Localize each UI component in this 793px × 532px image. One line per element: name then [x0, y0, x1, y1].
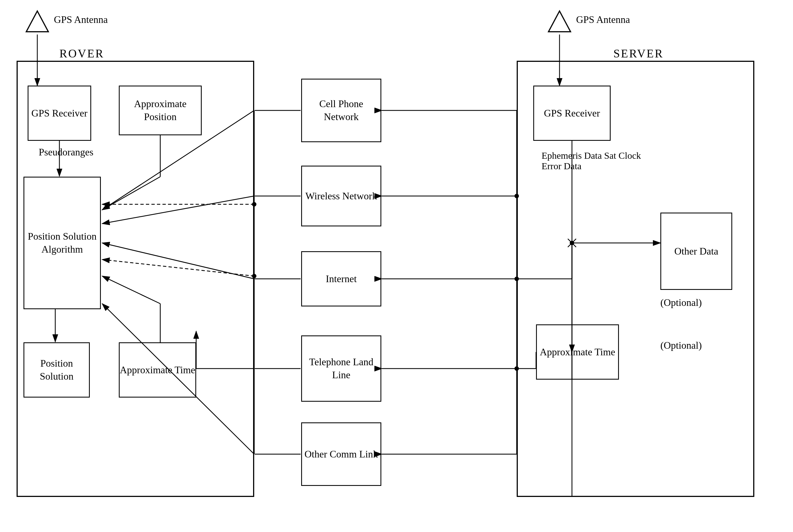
position-solution-algorithm-box: Position Solution Algorithm: [23, 177, 101, 309]
gps-antenna-right-icon: [547, 10, 572, 36]
telephone-land-line-box: Telephone Land Line: [301, 336, 381, 402]
internet-box: Internet: [301, 251, 381, 306]
gps-antenna-right-label: GPS Antenna: [576, 14, 630, 25]
cell-phone-network-box: Cell Phone Network: [301, 79, 381, 142]
gps-antenna-left-label: GPS Antenna: [54, 14, 108, 25]
svg-marker-1: [549, 11, 571, 32]
server-label: SERVER: [613, 47, 664, 60]
optional2-label: (Optional): [660, 340, 702, 351]
gps-receiver-left-box: GPS Receiver: [27, 86, 91, 141]
approximate-time-right-box: Approximate Time: [536, 324, 619, 380]
other-comm-link-box: Other Comm Link: [301, 422, 381, 486]
rover-label: ROVER: [59, 47, 104, 60]
diagram: GPS Antenna GPS Antenna ROVER SERVER GPS…: [0, 0, 793, 532]
optional1-label: (Optional): [660, 297, 702, 308]
approximate-position-box: Approximate Position: [119, 86, 202, 135]
wireless-network-box: Wireless Network: [301, 166, 381, 226]
gps-antenna-left-icon: [25, 10, 50, 36]
ephemeris-label: Ephemeris Data Sat Clock Error Data: [541, 150, 652, 171]
other-data-box: Other Data: [660, 213, 732, 290]
svg-marker-0: [26, 11, 48, 32]
gps-receiver-right-box: GPS Receiver: [533, 86, 611, 141]
approximate-time-left-box: Approximate Time: [119, 342, 196, 398]
pseudoranges-label: Pseudoranges: [39, 146, 93, 158]
position-solution-box: Position Solution: [23, 342, 90, 398]
